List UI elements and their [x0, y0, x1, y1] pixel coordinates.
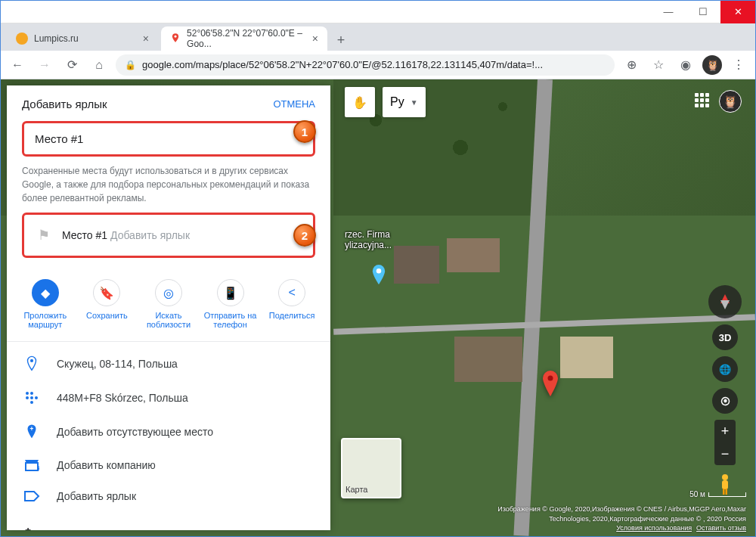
pin-outline-icon	[23, 355, 40, 372]
zoom-control: + −	[714, 420, 736, 465]
tab-close-icon[interactable]: ×	[143, 33, 149, 45]
map-place-label: rzec. Firmaylizacyjna...	[345, 229, 392, 250]
map-hand-tool[interactable]: ✋	[345, 87, 375, 117]
svg-point-11	[26, 396, 29, 399]
svg-point-13	[35, 396, 38, 399]
tab-title: Lumpics.ru	[34, 33, 79, 44]
add-business-row[interactable]: +Добавить компанию	[7, 449, 330, 481]
address-bar: ← → ⟳ ⌂ 🔒 google.com/maps/place/52°06'58…	[1, 51, 755, 79]
browser-menu[interactable]: ⋮	[728, 54, 749, 76]
suggestion-row[interactable]: ⚑ Место #1 Добавить ярлык	[26, 216, 311, 254]
panel-title: Добавить ярлык	[22, 98, 107, 110]
add-missing-place-row[interactable]: +Добавить отсутствующее место	[7, 414, 330, 449]
send-to-phone-button[interactable]: 📱Отправить на телефон	[200, 279, 262, 329]
annotation-badge-2: 2	[293, 224, 316, 247]
location-pin-icon[interactable]	[541, 371, 559, 396]
flag-icon: ⚑	[38, 227, 50, 244]
omnibox[interactable]: 🔒 google.com/maps/place/52°06'58.2"N+22°…	[116, 54, 615, 76]
url-text: google.com/maps/place/52°06'58.2"N+22°07…	[142, 59, 543, 70]
nav-home[interactable]: ⌂	[88, 54, 110, 76]
language-label: Py	[390, 95, 404, 109]
zoom-in-button[interactable]: +	[714, 420, 736, 442]
svg-point-2	[376, 268, 382, 274]
share-icon: <	[278, 279, 305, 306]
side-panel: Добавить ярлык ОТМЕНА 1 Сохраненные мест…	[7, 85, 330, 530]
feedback-link[interactable]: Оставить отзыв	[696, 524, 746, 532]
map-language-selector[interactable]: Py ▼	[383, 87, 426, 117]
svg-point-4	[722, 474, 728, 480]
profile-avatar[interactable]: 🦉	[702, 55, 722, 75]
annotation-badge-1: 1	[293, 120, 316, 143]
pluscode-icon	[23, 390, 40, 405]
add-place-icon: +	[23, 424, 40, 440]
svg-text:+: +	[37, 464, 39, 472]
window-titlebar: — ☐ ✕	[1, 1, 755, 23]
tilt-3d-button[interactable]: 3D	[712, 324, 738, 350]
mylocation-button[interactable]: ⦿	[712, 388, 738, 414]
share-button[interactable]: <Поделиться	[261, 279, 323, 329]
cancel-button[interactable]: ОТМЕНА	[273, 98, 315, 110]
tab-title: 52°06'58.2"N 22°07'60.0"E – Goo...	[187, 28, 312, 49]
extension-icon[interactable]: ◉	[675, 54, 696, 76]
pluscode-row[interactable]: 448M+F8 Skórzec, Польша	[7, 381, 330, 414]
browser-tabstrip: Lumpics.ru × 52°06'58.2"N 22°07'60.0"E –…	[1, 23, 755, 51]
svg-point-8	[30, 359, 33, 362]
suggestion-text: Место #1 Добавить ярлык	[62, 229, 190, 241]
bookmark-icon: 🔖	[93, 279, 120, 306]
nearby-icon: ◎	[155, 279, 182, 306]
hint-text: Сохраненные места будут использоваться и…	[22, 164, 315, 205]
favicon-maps	[170, 33, 181, 45]
save-button[interactable]: 🔖Сохранить	[76, 279, 138, 329]
photo-section-title: Фото	[7, 516, 330, 530]
nav-back[interactable]: ←	[7, 54, 28, 76]
chevron-down-icon: ▼	[411, 98, 418, 107]
svg-point-9	[26, 392, 29, 395]
address-row[interactable]: Скужец, 08-114, Польша	[7, 346, 330, 381]
svg-point-3	[548, 376, 553, 381]
svg-rect-5	[722, 480, 728, 489]
globe-button[interactable]: 🌐	[712, 356, 738, 382]
zoom-indicator-icon[interactable]: ⊕	[621, 54, 642, 76]
tab-close-icon[interactable]: ×	[312, 33, 318, 45]
favicon-lumpics	[16, 33, 28, 45]
nav-forward[interactable]: →	[34, 54, 55, 76]
map-attribution: Изображения © Google, 2020,Изображения ©…	[497, 504, 746, 533]
label-icon	[23, 490, 40, 502]
hand-icon: ✋	[352, 95, 367, 110]
window-maximize[interactable]: ☐	[686, 1, 720, 23]
label-input[interactable]	[26, 125, 311, 153]
zoom-out-button[interactable]: −	[714, 442, 736, 465]
minimap-toggle[interactable]: Карта	[341, 438, 401, 498]
terms-link[interactable]: Условия использования	[616, 524, 692, 532]
tab-lumpics[interactable]: Lumpics.ru ×	[7, 26, 158, 51]
window-close[interactable]: ✕	[720, 1, 755, 23]
svg-point-12	[30, 396, 33, 399]
scale-bar: 50 м	[689, 490, 746, 498]
svg-point-1	[175, 36, 177, 38]
label-input-highlight: 1	[22, 121, 315, 157]
phone-icon: 📱	[217, 279, 244, 306]
nearby-button[interactable]: ◎Искать поблизости	[138, 279, 200, 329]
add-label-row[interactable]: Добавить ярлык	[7, 481, 330, 511]
window-minimize[interactable]: —	[651, 1, 686, 23]
directions-button[interactable]: ◆Проложить маршрут	[14, 279, 76, 329]
svg-rect-16	[26, 463, 38, 470]
svg-point-10	[30, 392, 33, 395]
suggestion-highlight: ⚑ Место #1 Добавить ярлык 2	[22, 213, 315, 258]
lock-icon: 🔒	[125, 60, 136, 70]
map-profile-avatar[interactable]: 🦉	[719, 90, 742, 113]
poi-pin-icon[interactable]	[371, 265, 386, 287]
nav-reload[interactable]: ⟳	[61, 54, 82, 76]
tab-maps[interactable]: 52°06'58.2"N 22°07'60.0"E – Goo... ×	[161, 26, 327, 51]
storefront-icon: +	[23, 458, 40, 472]
svg-point-14	[30, 401, 33, 404]
bookmark-star-icon[interactable]: ☆	[648, 54, 669, 76]
compass-icon[interactable]	[708, 285, 742, 318]
action-row: ◆Проложить маршрут 🔖Сохранить ◎Искать по…	[7, 275, 330, 342]
directions-icon: ◆	[32, 279, 59, 306]
apps-grid-icon[interactable]	[695, 93, 710, 108]
svg-text:+: +	[30, 426, 34, 433]
new-tab-button[interactable]: +	[330, 29, 352, 51]
info-list: Скужец, 08-114, Польша 448M+F8 Skórzec, …	[7, 342, 330, 516]
